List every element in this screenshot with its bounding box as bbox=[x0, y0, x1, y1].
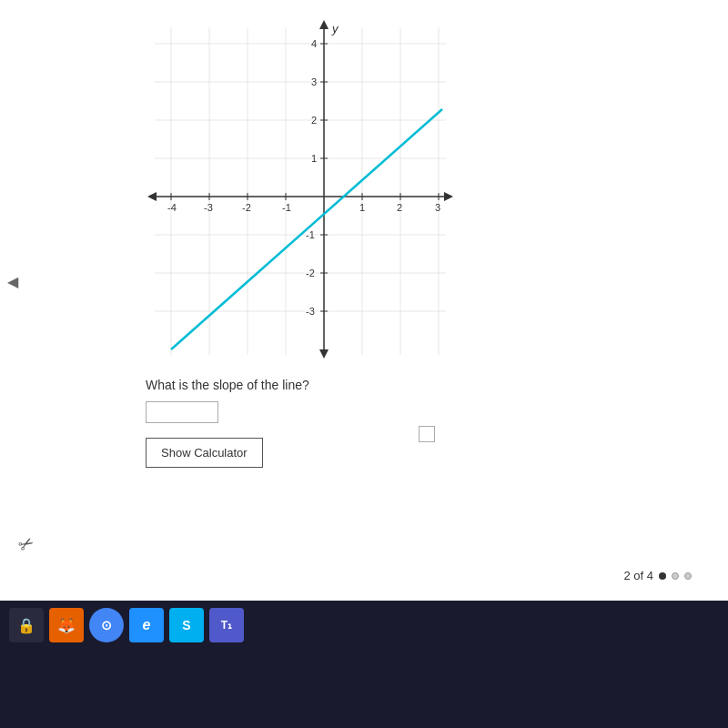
question-area: What is the slope of the line? Show Calc… bbox=[146, 378, 309, 468]
taskbar-icon-chrome[interactable]: ⊙ bbox=[89, 608, 124, 642]
svg-marker-20 bbox=[319, 20, 329, 29]
svg-text:x: x bbox=[454, 189, 455, 203]
page-dot-3 bbox=[684, 572, 692, 580]
svg-text:3: 3 bbox=[435, 202, 440, 213]
scissors-icon: ✂ bbox=[14, 531, 38, 557]
coordinate-graph: -4 -3 -2 -1 1 2 3 4 3 bbox=[146, 18, 455, 364]
graph-container: -4 -3 -2 -1 1 2 3 4 3 bbox=[146, 18, 455, 364]
page-text: 2 of 4 bbox=[623, 569, 653, 582]
show-calculator-button[interactable]: Show Calculator bbox=[146, 438, 263, 468]
svg-marker-17 bbox=[444, 192, 453, 201]
svg-marker-21 bbox=[319, 349, 329, 359]
svg-text:-4: -4 bbox=[167, 202, 177, 213]
pagination: 2 of 4 bbox=[623, 569, 692, 582]
svg-text:-2: -2 bbox=[242, 202, 251, 213]
answer-input[interactable] bbox=[146, 401, 218, 423]
taskbar-icon-skype[interactable]: S bbox=[169, 608, 204, 642]
svg-text:2: 2 bbox=[397, 202, 402, 213]
question-text: What is the slope of the line? bbox=[146, 378, 309, 392]
svg-text:1: 1 bbox=[359, 202, 365, 213]
svg-text:y: y bbox=[331, 22, 339, 35]
svg-text:-1: -1 bbox=[282, 202, 291, 213]
left-arrow[interactable]: ◀ bbox=[7, 273, 18, 290]
svg-text:-2: -2 bbox=[306, 268, 315, 278]
svg-marker-18 bbox=[147, 192, 157, 201]
page-dot-2 bbox=[672, 572, 679, 580]
page-dot-1 bbox=[659, 572, 666, 580]
taskbar-icon-firefox[interactable]: 🦊 bbox=[49, 608, 84, 642]
main-content: ◀ bbox=[0, 0, 728, 601]
svg-text:4: 4 bbox=[311, 38, 317, 49]
svg-text:-3: -3 bbox=[306, 306, 315, 317]
radio-circle[interactable] bbox=[419, 426, 435, 442]
svg-text:-3: -3 bbox=[204, 202, 213, 213]
svg-text:1: 1 bbox=[311, 153, 317, 164]
svg-text:2: 2 bbox=[311, 115, 317, 126]
svg-text:3: 3 bbox=[311, 76, 317, 87]
taskbar-icon-lock[interactable]: 🔒 bbox=[9, 608, 44, 642]
taskbar-icon-teams[interactable]: T₁ bbox=[209, 608, 244, 642]
svg-text:-1: -1 bbox=[306, 229, 315, 240]
taskbar-icon-ie[interactable]: e bbox=[129, 608, 164, 642]
taskbar: 🔒 🦊 ⊙ e S T₁ bbox=[0, 601, 728, 728]
